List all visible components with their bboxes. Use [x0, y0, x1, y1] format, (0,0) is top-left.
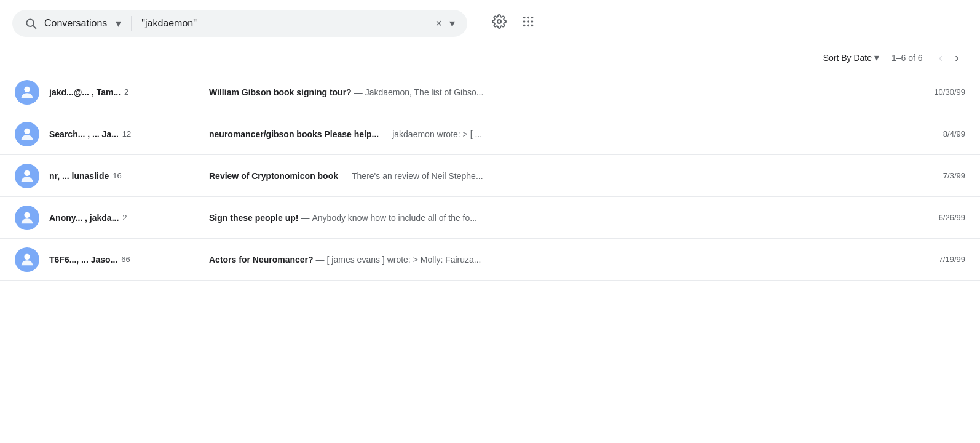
- subject-sep: —: [316, 255, 325, 265]
- svg-point-11: [531, 25, 534, 27]
- svg-point-8: [531, 20, 534, 23]
- preview: jakdaemon wrote: > [ ...: [392, 129, 482, 139]
- pagination-prev-button[interactable]: ‹: [935, 49, 947, 66]
- svg-point-13: [24, 128, 30, 134]
- preview: Jakdaemon, The list of Gibso...: [365, 87, 484, 97]
- search-icon: [25, 17, 37, 30]
- svg-point-7: [527, 20, 529, 23]
- svg-point-15: [24, 212, 30, 217]
- subject-sep: —: [341, 171, 349, 181]
- message-count: 2: [124, 87, 128, 97]
- query-dropdown-icon[interactable]: ▾: [449, 17, 455, 30]
- sender-info: T6F6..., ... Jaso... 66: [49, 255, 209, 265]
- sort-by-label: Sort By Date: [823, 53, 872, 63]
- svg-point-5: [531, 17, 534, 19]
- svg-point-6: [523, 20, 526, 23]
- conversation-meta: Search... , ... Ja... 12 neuromancer/gib…: [49, 129, 965, 139]
- sender-name: nr, ... lunaslide: [49, 171, 109, 181]
- sender-name: Anony... , jakda...: [49, 213, 119, 223]
- conversation-item[interactable]: Search... , ... Ja... 12 neuromancer/gib…: [0, 113, 980, 155]
- sender-info: jakd...@... , Tam... 2: [49, 87, 209, 97]
- preview: [ james evans ] wrote: > Molly: Fairuza.…: [327, 255, 481, 265]
- svg-point-2: [497, 20, 501, 23]
- message-count: 16: [113, 171, 121, 180]
- search-category[interactable]: Conversations: [44, 18, 107, 29]
- avatar: [15, 164, 39, 188]
- date: 7/3/99: [910, 171, 965, 180]
- subject-sep: —: [381, 129, 390, 139]
- conversation-meta: nr, ... lunaslide 16 Review of Cryptonom…: [49, 171, 965, 181]
- search-bar[interactable]: Conversations ▾ "jakdaemon" × ▾: [12, 10, 467, 37]
- sort-bar: Sort By Date ▾ 1–6 of 6 ‹ ›: [0, 44, 980, 71]
- message-count: 66: [121, 255, 130, 264]
- svg-point-12: [24, 86, 30, 92]
- svg-point-16: [24, 253, 30, 259]
- pagination-nav: ‹ ›: [935, 49, 963, 66]
- svg-point-9: [523, 25, 526, 27]
- message-body: Sign these people up! — Anybody know how…: [209, 213, 900, 223]
- subject: William Gibson book signing tour?: [209, 87, 352, 97]
- category-dropdown-icon[interactable]: ▾: [116, 17, 121, 30]
- date: 8/4/99: [910, 129, 965, 138]
- settings-icon[interactable]: [492, 14, 507, 33]
- subject: Actors for Neuromancer?: [209, 255, 314, 265]
- svg-point-14: [24, 170, 30, 175]
- message-body: William Gibson book signing tour? — Jakd…: [209, 87, 900, 97]
- sort-by-button[interactable]: Sort By Date ▾: [823, 52, 879, 63]
- avatar: [15, 122, 39, 146]
- subject: neuromancer/gibson books Please help...: [209, 129, 379, 139]
- search-query: "jakdaemon": [141, 18, 428, 29]
- avatar: [15, 247, 39, 272]
- svg-point-3: [523, 17, 526, 19]
- avatar: [15, 206, 39, 230]
- sender-info: Anony... , jakda... 2: [49, 213, 209, 223]
- svg-line-1: [33, 26, 36, 29]
- search-clear-button[interactable]: ×: [435, 17, 442, 30]
- sender-info: Search... , ... Ja... 12: [49, 129, 209, 139]
- search-bar-container: Conversations ▾ "jakdaemon" × ▾: [0, 0, 980, 44]
- preview: Anybody know how to include all of the f…: [312, 213, 477, 223]
- conversation-item[interactable]: jakd...@... , Tam... 2 William Gibson bo…: [0, 71, 980, 113]
- message-body: neuromancer/gibson books Please help... …: [209, 129, 900, 139]
- subject-sep: —: [301, 213, 309, 223]
- grid-icon[interactable]: [521, 15, 535, 32]
- search-divider: [131, 16, 132, 31]
- conversation-item[interactable]: Anony... , jakda... 2 Sign these people …: [0, 197, 980, 239]
- subject-sep: —: [354, 87, 363, 97]
- conversation-meta: Anony... , jakda... 2 Sign these people …: [49, 213, 965, 223]
- subject: Sign these people up!: [209, 213, 298, 223]
- message-body: Review of Cryptonomicon book — There's a…: [209, 171, 900, 181]
- message-count: 12: [122, 129, 131, 138]
- sender-name: T6F6..., ... Jaso...: [49, 255, 117, 265]
- avatar: [15, 80, 39, 105]
- pagination-count: 1–6 of 6: [891, 53, 923, 63]
- preview: There's an review of Neil Stephe...: [352, 171, 483, 181]
- message-body: Actors for Neuromancer? — [ james evans …: [209, 255, 900, 265]
- date: 7/19/99: [910, 255, 965, 264]
- sender-name: Search... , ... Ja...: [49, 129, 119, 139]
- sender-name: jakd...@... , Tam...: [49, 87, 121, 97]
- date: 10/30/99: [910, 87, 965, 97]
- pagination-next-button[interactable]: ›: [951, 49, 963, 66]
- toolbar-icons: [492, 14, 535, 33]
- sort-dropdown-icon: ▾: [874, 52, 879, 63]
- message-count: 2: [122, 213, 127, 222]
- conversation-list: jakd...@... , Tam... 2 William Gibson bo…: [0, 71, 980, 281]
- conversation-item[interactable]: nr, ... lunaslide 16 Review of Cryptonom…: [0, 155, 980, 197]
- conversation-item[interactable]: T6F6..., ... Jaso... 66 Actors for Neuro…: [0, 239, 980, 281]
- date: 6/26/99: [910, 213, 965, 222]
- svg-point-10: [527, 25, 529, 27]
- subject: Review of Cryptonomicon book: [209, 171, 338, 181]
- sender-info: nr, ... lunaslide 16: [49, 171, 209, 181]
- conversation-meta: jakd...@... , Tam... 2 William Gibson bo…: [49, 87, 965, 97]
- svg-point-4: [527, 17, 529, 19]
- conversation-meta: T6F6..., ... Jaso... 66 Actors for Neuro…: [49, 255, 965, 265]
